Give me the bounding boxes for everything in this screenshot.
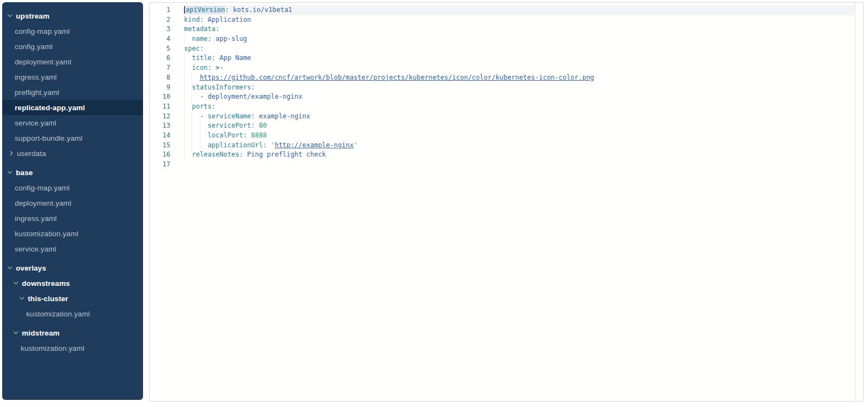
tree-file-replicated-app-yaml[interactable]: replicated-app.yaml <box>2 100 143 115</box>
chevron-down-icon[interactable] <box>8 266 13 271</box>
tree-item-label: kustomization.yaml <box>26 310 90 318</box>
code-line-12[interactable]: 12- serviceName: example-nginx <box>150 112 854 122</box>
code-line-6[interactable]: 6title: App Name <box>150 53 854 63</box>
line-content: localPort: 8888 <box>184 131 854 141</box>
tree-folder-userdata[interactable]: userdata <box>2 146 143 161</box>
tree-folder-midstream[interactable]: midstream <box>2 325 143 340</box>
token-key: apiVersion <box>186 6 225 14</box>
tree-file-service-yaml[interactable]: service.yaml <box>2 241 143 256</box>
token-quote: ' <box>354 141 358 149</box>
code-line-16[interactable]: 16releaseNotes: Ping preflight check <box>150 150 854 160</box>
indent-guide <box>184 63 192 73</box>
line-content: title: App Name <box>184 53 854 63</box>
editor-scrollbar-track[interactable] <box>855 3 863 401</box>
tree-item-label: service.yaml <box>15 119 56 127</box>
tree-item-label: kustomization.yaml <box>21 344 85 352</box>
tree-folder-upstream[interactable]: upstream <box>2 8 143 23</box>
token-num: 80 <box>259 122 266 129</box>
tree-item-label: deployment.yaml <box>15 199 72 207</box>
line-content: metadata: <box>184 25 854 34</box>
tree-file-config-map-yaml[interactable]: config-map.yaml <box>2 180 143 195</box>
code-line-13[interactable]: 13servicePort: 80 <box>150 121 854 131</box>
token-link[interactable]: http://example-nginx <box>275 141 354 149</box>
indent-guide <box>200 131 207 141</box>
line-content: https://github.com/cncf/artwork/blob/mas… <box>184 73 854 83</box>
token-key: releaseNotes: <box>192 151 243 158</box>
token-key: spec: <box>184 45 204 52</box>
indent-guide <box>192 92 199 102</box>
tree-folder-this-cluster[interactable]: this-cluster <box>2 291 143 306</box>
code-line-4[interactable]: 4name: app-slug <box>150 34 854 44</box>
code-line-2[interactable]: 2kind: Application <box>150 15 854 25</box>
tree-file-config-map-yaml[interactable]: config-map.yaml <box>2 23 143 39</box>
line-content: icon: >- <box>184 63 854 73</box>
token-key: ports: <box>192 103 215 110</box>
tree-folder-downstreams[interactable]: downstreams <box>2 276 143 291</box>
tree-file-ingress-yaml[interactable]: ingress.yaml <box>2 211 143 226</box>
code-line-3[interactable]: 3metadata: <box>150 25 854 34</box>
token-val: deployment/example-nginx <box>207 93 302 100</box>
tree-file-preflight-yaml[interactable]: preflight.yaml <box>2 85 143 100</box>
token-val: App Name <box>219 54 251 62</box>
code-line-5[interactable]: 5spec: <box>150 44 854 54</box>
code-line-10[interactable]: 10- deployment/example-nginx <box>150 92 854 102</box>
token-punct: - <box>200 93 207 100</box>
tree-file-kustomization-yaml[interactable]: kustomization.yaml <box>2 226 143 241</box>
app-root: upstreamconfig-map.yamlconfig.yamldeploy… <box>0 0 868 407</box>
code-line-8[interactable]: 8https://github.com/cncf/artwork/blob/ma… <box>150 73 854 83</box>
chevron-down-icon[interactable] <box>20 296 25 301</box>
tree-item-label: base <box>16 169 33 177</box>
tree-file-service-yaml[interactable]: service.yaml <box>2 115 143 130</box>
line-number: 12 <box>150 112 170 122</box>
indent-guide <box>192 121 199 131</box>
tree-folder-overlays[interactable]: overlays <box>2 260 143 276</box>
code-line-1[interactable]: 1apiVersion: kots.io/v1beta1 <box>150 5 854 15</box>
token-key: serviceName: <box>207 112 255 120</box>
token-key: icon: <box>192 64 211 71</box>
token-link[interactable]: https://github.com/cncf/artwork/blob/mas… <box>200 74 594 81</box>
code-line-11[interactable]: 11ports: <box>150 102 854 112</box>
tree-item-label: service.yaml <box>15 245 56 253</box>
code-line-14[interactable]: 14localPort: 8888 <box>150 131 854 141</box>
line-number: 3 <box>150 25 170 34</box>
chevron-down-icon[interactable] <box>14 331 19 336</box>
line-content: spec: <box>184 44 854 54</box>
tree-file-deployment-yaml[interactable]: deployment.yaml <box>2 195 143 211</box>
tree-item-label: overlays <box>16 264 46 272</box>
tree-file-kustomization-yaml[interactable]: kustomization.yaml <box>2 340 143 356</box>
line-number: 5 <box>150 44 170 54</box>
indent-guide <box>184 83 192 93</box>
tree-file-deployment-yaml[interactable]: deployment.yaml <box>2 54 143 69</box>
indent-guide <box>184 141 192 151</box>
tree-item-label: userdata <box>17 149 46 158</box>
token-plain <box>243 151 247 158</box>
indent-guide <box>184 112 192 122</box>
token-val: Ping preflight check <box>247 151 326 158</box>
tree-file-config-yaml[interactable]: config.yaml <box>2 39 143 54</box>
chevron-right-icon[interactable] <box>9 151 14 156</box>
code-line-15[interactable]: 15applicationUrl: 'http://example-nginx' <box>150 141 854 151</box>
token-val: app-slug <box>216 35 247 43</box>
tree-item-label: kustomization.yaml <box>15 230 79 238</box>
chevron-down-icon[interactable] <box>8 14 13 19</box>
tree-folder-base[interactable]: base <box>2 165 143 180</box>
yaml-editor-panel: 1apiVersion: kots.io/v1beta12kind: Appli… <box>149 2 864 402</box>
code-line-7[interactable]: 7icon: >- <box>150 63 854 73</box>
chevron-down-icon[interactable] <box>14 281 19 286</box>
indent-guide <box>192 112 199 122</box>
code-line-17[interactable]: 17 <box>150 160 854 170</box>
code-line-9[interactable]: 9statusInformers: <box>150 83 854 93</box>
indent-guide <box>184 73 192 83</box>
line-content <box>184 160 854 170</box>
tree-file-ingress-yaml[interactable]: ingress.yaml <box>2 69 143 85</box>
line-number: 9 <box>150 83 170 93</box>
line-number: 14 <box>150 131 170 141</box>
indent-guide <box>200 141 207 151</box>
tree-file-kustomization-yaml[interactable]: kustomization.yaml <box>2 306 143 321</box>
line-number: 8 <box>150 73 170 83</box>
line-content: - deployment/example-nginx <box>184 92 854 102</box>
line-number: 10 <box>150 92 170 102</box>
chevron-down-icon[interactable] <box>8 170 13 175</box>
tree-file-support-bundle-yaml[interactable]: support-bundle.yaml <box>2 130 143 146</box>
tree-item-label: support-bundle.yaml <box>15 134 82 142</box>
